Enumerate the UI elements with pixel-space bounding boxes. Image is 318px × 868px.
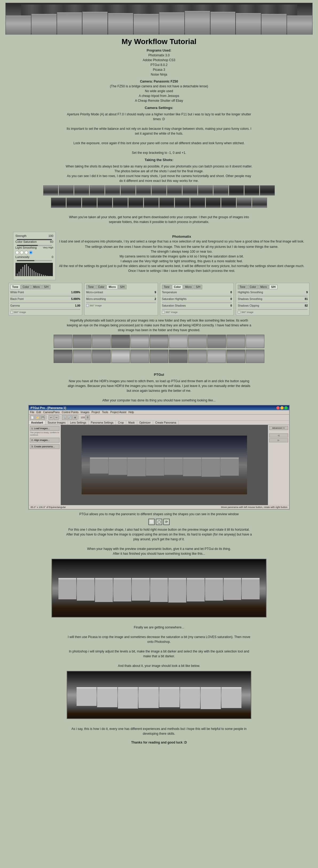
black-point-label: Black Point [10,298,24,301]
white-point-slider[interactable] [10,296,80,297]
bracketing-text: Set the exp bracketing to -1, 0 and +1. [132,151,186,155]
tab-sh-2[interactable]: S/H [118,285,127,289]
shape-cylinder[interactable]: ◯ [156,519,162,525]
shadows-clipping-slider[interactable] [238,309,308,310]
adv-btn-2[interactable]: ▷ [269,438,288,442]
toolbar-zoom-in[interactable]: 🔍 [62,415,67,420]
color-sat-slider[interactable] [17,245,52,246]
photomatix-section: Strength 100 Color Saturation 60 Light S… [13,232,305,280]
radio-low[interactable] [15,251,19,254]
tab-create-pano[interactable]: Create Panorama [153,421,179,425]
tab-sh-3[interactable]: S/H [194,285,202,289]
maximize-btn[interactable] [284,406,288,409]
radio-very-high[interactable] [29,251,33,254]
menu-help[interactable]: Help [129,411,134,414]
batch-strip-2 [17,350,301,363]
tab-source-images[interactable]: Source Images [45,421,68,425]
advanced-btn[interactable]: Advanced >> [269,426,288,430]
create-panorama-btn[interactable]: 3. Create panorama... [30,444,60,449]
sat-shadows-slider[interactable] [162,309,232,310]
tab-color-1[interactable]: Color [21,285,31,289]
toolbar-extra[interactable]: ☰ [85,415,90,420]
toolbar-fit[interactable]: ⊞ [73,415,77,420]
temperature-slider[interactable] [162,296,232,297]
micro-smooth-slider[interactable] [86,302,156,303]
adv-btn-1[interactable]: ◁ [269,433,288,437]
ptgui-advanced-panel: Advanced >> ◁ ▷ [268,425,289,505]
strip-img-19 [97,198,112,208]
align-images-btn[interactable]: 2. Align images... [30,438,60,442]
three-sixty-checkbox-4[interactable] [238,311,240,314]
tab-micro-3[interactable]: Micro [183,285,193,289]
tab-panorama-settings[interactable]: Panorama Settings [89,421,116,425]
menu-file[interactable]: File [30,411,34,414]
radio-med[interactable] [20,251,24,254]
shadows-smooth-slider[interactable] [238,302,308,303]
strip-img-13 [229,185,244,195]
menu-tools[interactable]: Tools [102,411,108,414]
finally-section: Finally we are getting somewhere... I wi… [66,620,252,668]
micro-smooth-label: Micro-smoothing [86,298,106,301]
luminosity-slider[interactable] [17,260,52,261]
menu-edit[interactable]: Edit [37,411,41,414]
program-3: PTGui 8.0.2 [150,63,168,67]
sat-highlights-slider[interactable] [162,302,232,303]
menu-camera[interactable]: Camera/Pano [43,411,60,414]
camera-no-wide: No wide angle used [145,89,173,93]
toolbar-undo[interactable]: ↩ [48,415,54,420]
toolbar-redo[interactable]: ↪ [54,415,59,420]
tab-sh-1[interactable]: S/H [42,285,50,289]
close-btn[interactable] [276,406,280,409]
radio-high[interactable] [25,251,28,254]
taking-shots-heading: Taking the Shots: [5,158,313,162]
toolbar-open[interactable]: 📂 [35,415,40,420]
menu-project-assist[interactable]: Project Assist [110,411,127,414]
batch-img-3 [92,335,111,348]
highlights-smooth-slider[interactable] [238,296,308,297]
toolbar-zoom-out[interactable]: 🔎 [67,415,72,420]
shadows-clipping-label: Shadows Clipping [238,304,259,307]
menu-images[interactable]: Images [80,411,90,414]
tab-assistant[interactable]: Assistant [29,421,45,425]
menu-project[interactable]: Project [92,411,100,414]
gamma-slider[interactable] [10,309,80,310]
toolbar-separator-1 [46,415,47,420]
strength-slider[interactable] [17,239,52,240]
three-sixty-checkbox-3[interactable] [162,311,165,314]
tab-micro-2[interactable]: Micro [107,285,118,289]
tab-tone-1[interactable]: Tone [10,285,20,289]
camera-tripod: A cheap tripod from Jessops [139,94,179,98]
ptgui-map-text: PTGui allows you to map the panoramic to… [66,512,252,517]
load-images-btn[interactable]: 1. Load images... [30,426,60,431]
shape-rectangle[interactable]: ⬜ [148,519,155,525]
shape-sphere[interactable]: ⟳ [163,519,170,525]
strip-img-2 [59,185,74,195]
temperature-label: Temperature [162,291,177,294]
tab-sh-4[interactable]: S/H [269,285,277,289]
tab-micro-4[interactable]: Micro [258,285,269,289]
three-sixty-checkbox-2[interactable] [86,304,89,307]
three-sixty-checkbox-1[interactable] [10,311,13,314]
tab-color-2[interactable]: Color [96,285,106,289]
tab-optimizer[interactable]: Optimizer [137,421,153,425]
micro-contrast-slider[interactable] [86,296,156,297]
tab-micro-1[interactable]: Micro [32,285,42,289]
tab-lens-settings[interactable]: Lens Settings [68,421,89,425]
black-point-slider[interactable] [10,302,80,303]
three-sixty-4: 360° image [238,311,308,314]
ptgui-intro: Now you have all the HDR's images you ne… [66,379,252,403]
photomatix-description: Photomatix I load one seet of exposures … [59,232,305,273]
strip-img-17 [66,198,81,208]
toolbar-new[interactable]: 📄 [30,415,35,420]
menu-control-points[interactable]: Control Points [62,411,78,414]
toolbar-save[interactable]: 💾 [41,415,45,420]
tab-color-4[interactable]: Color [248,285,258,289]
tab-mask[interactable]: Mask [126,421,137,425]
tab-color-3[interactable]: Color [172,285,183,289]
tab-tone-3[interactable]: Tone [162,285,172,289]
tab-crop[interactable]: Crop [116,421,126,425]
tab-tone-4[interactable]: Tone [238,285,247,289]
minimize-btn[interactable] [280,406,284,409]
photomatix-light-smooth-text: I always use the Very High setting for l… [59,259,305,263]
tab-tone-2[interactable]: Tone [86,285,96,289]
